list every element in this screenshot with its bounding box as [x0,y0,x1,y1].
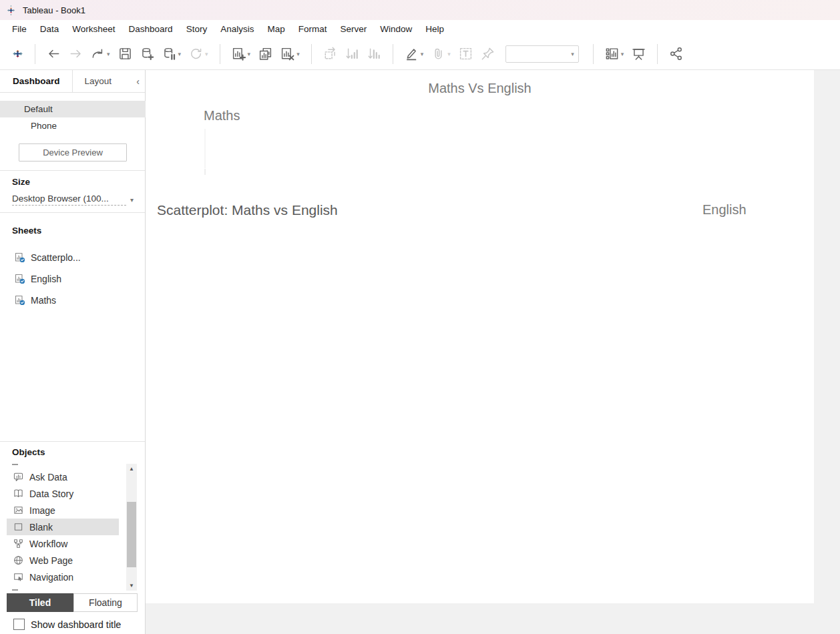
tableau-window: Tableau - Book1 FileDataWorksheetDashboa… [0,0,840,634]
sheet-label: Scatterplo... [31,252,81,263]
duplicate-sheet-button[interactable] [258,47,272,61]
sort-descending-icon [367,47,381,61]
data-story-icon [13,489,23,499]
share-button[interactable] [669,47,683,61]
floating-button[interactable]: Floating [73,593,138,612]
caret-down-icon: ▾ [107,51,110,57]
menu-item-worksheet[interactable]: Worksheet [65,21,122,37]
object-item-workflow[interactable]: Workflow [7,535,119,552]
object-label: Web Page [29,555,73,566]
tableau-logo-icon [11,47,25,61]
toolbar-separator [35,44,35,64]
back-arrow-icon [47,47,61,61]
run-auto-updates-button: ▾ [189,47,208,61]
worksheet-check-icon [15,295,25,306]
device-mode-default[interactable]: Default [0,101,169,117]
presentation-mode-icon [632,47,646,61]
menu-item-window[interactable]: Window [373,21,419,37]
new-worksheet-button[interactable]: ▾ [232,47,251,61]
object-item-navigation[interactable]: Navigation [7,569,119,585]
sort-ascending-icon [345,47,359,61]
share-icon [669,47,683,61]
objects-scrollbar[interactable]: ▲ ▼ [126,464,137,591]
object-item-web-page[interactable]: Web Page [7,552,119,569]
clear-sheet-icon [280,47,294,61]
divider [0,441,145,442]
highlight-button[interactable]: ▾ [405,47,424,61]
objects-list-partial-item [12,589,18,591]
sheet-label: Maths [31,295,56,306]
caret-down-icon: ▾ [447,51,451,57]
divider [0,170,145,171]
duplicate-sheet-icon [258,47,272,61]
tableau-logo-button[interactable] [11,47,25,61]
device-preview-button[interactable]: Device Preview [19,143,127,162]
toolbar-separator [220,44,220,64]
toolbar-separator [593,44,594,64]
caret-down-icon: ▾ [421,51,424,57]
object-item-blank[interactable]: Blank [7,519,119,535]
fit-dropdown[interactable]: ▾ [505,45,579,63]
object-label: Blank [29,522,53,533]
charts[interactable] [146,70,840,634]
swap-rows-columns-button [323,47,337,61]
workflow-icon [13,539,23,549]
tiled-button[interactable]: Tiled [7,593,73,612]
worksheet-check-icon [15,252,25,263]
caret-down-icon: ▾ [621,51,624,57]
objects-header: Objects [12,447,45,457]
window-title: Tableau - Book1 [23,5,85,15]
menu-item-story[interactable]: Story [180,21,214,37]
size-dropdown-value: Desktop Browser (100... [12,194,126,206]
swap-rows-columns-icon [323,47,337,61]
save-icon [118,47,132,61]
menu-item-map[interactable]: Map [260,21,291,37]
menu-item-data[interactable]: Data [33,21,66,37]
object-item-data-story[interactable]: Data Story [7,485,119,502]
scroll-down-icon[interactable]: ▼ [126,583,137,589]
main-toolbar: ▾▾▾▾▾▾▾▾▾ [0,38,840,70]
object-label: Workflow [29,539,67,549]
menu-item-dashboard[interactable]: Dashboard [122,21,180,37]
scrollbar-thumb[interactable] [127,502,136,567]
redo-arrow-button[interactable]: ▾ [91,47,110,61]
paperclip-button: ▾ [431,47,451,61]
back-arrow-button[interactable] [47,47,61,61]
clear-sheet-button[interactable]: ▾ [280,47,300,61]
scroll-up-icon[interactable]: ▲ [126,466,137,472]
caret-down-icon: ▾ [130,196,134,204]
pin-icon [481,47,495,61]
add-data-source-button[interactable] [140,47,154,61]
object-item-ask-data[interactable]: Ask Data [7,468,119,485]
presentation-mode-button[interactable] [632,47,646,61]
size-header: Size [12,177,30,187]
text-object-tool-icon [459,47,473,61]
show-dashboard-title-checkbox[interactable] [13,619,25,630]
blank-icon [13,522,23,532]
image-icon [13,505,23,515]
save-button[interactable] [118,47,132,61]
web-page-icon [13,555,23,565]
size-dropdown[interactable]: Desktop Browser (100... ▾ [12,192,134,207]
show-me-button[interactable]: ▾ [605,47,624,61]
navigation-icon [13,572,23,582]
run-auto-updates-icon [189,47,203,61]
menu-item-server[interactable]: Server [333,21,373,37]
sheet-item-english[interactable]: English [0,269,145,289]
tab-dashboard[interactable]: Dashboard [0,70,72,92]
collapse-pane-icon[interactable]: ‹ [136,76,140,87]
ask-data-icon [13,472,23,482]
menu-item-file[interactable]: File [5,21,33,37]
pause-auto-updates-button[interactable]: ▾ [162,47,182,61]
tab-layout[interactable]: Layout [72,70,124,92]
menu-item-analysis[interactable]: Analysis [214,21,260,37]
object-label: Image [29,505,55,516]
object-item-image[interactable]: Image [7,502,119,519]
menu-item-format[interactable]: Format [292,21,334,37]
sheet-item-maths[interactable]: Maths [0,290,145,310]
menu-item-help[interactable]: Help [419,21,451,37]
sheets-header: Sheets [12,226,41,236]
toolbar-separator [393,44,393,64]
sheet-item-scatterplo[interactable]: Scatterplo... [0,248,145,268]
new-worksheet-icon [232,47,246,61]
